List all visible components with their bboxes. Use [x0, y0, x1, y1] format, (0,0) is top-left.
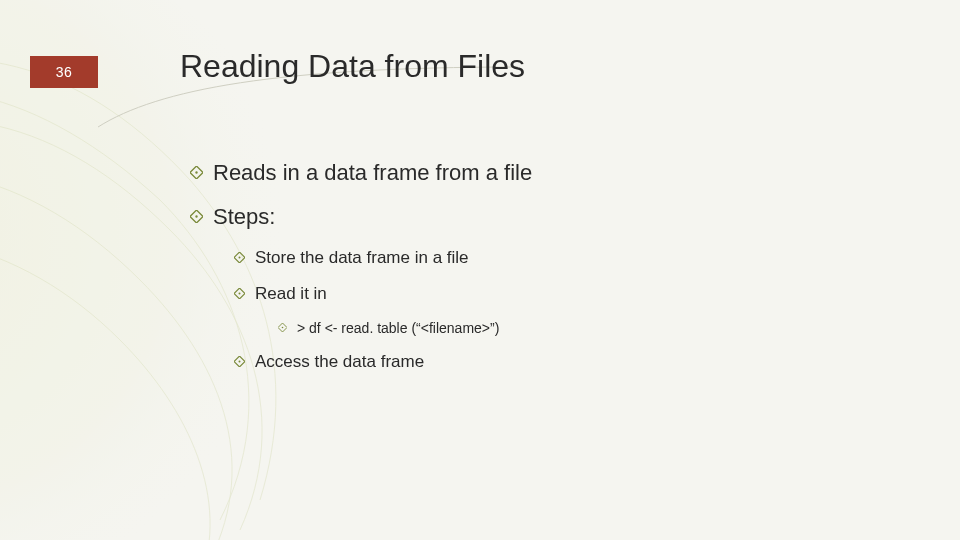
bullet-text: Store the data frame in a file: [255, 248, 469, 268]
bullet-text: > df <- read. table (“<filename>”): [297, 320, 499, 336]
sub-bullet-access: Access the data frame: [234, 352, 890, 372]
bullet-reads: Reads in a data frame from a file: [190, 160, 890, 186]
sub-bullet-store: Store the data frame in a file: [234, 248, 890, 268]
sub-bullet-read: Read it in: [234, 284, 890, 304]
diamond-icon: [278, 320, 287, 332]
diamond-icon: [234, 248, 245, 263]
slide-number: 36: [56, 64, 73, 80]
svg-point-4: [239, 293, 241, 295]
bullet-text: Steps:: [213, 204, 275, 230]
svg-point-6: [239, 361, 241, 363]
svg-point-2: [195, 215, 197, 217]
bullet-text: Access the data frame: [255, 352, 424, 372]
diamond-icon: [190, 160, 203, 179]
svg-point-1: [195, 171, 197, 173]
slide-number-badge: 36: [30, 56, 98, 88]
bullet-steps: Steps:: [190, 204, 890, 230]
slide-content: Reads in a data frame from a file Steps:…: [190, 160, 890, 388]
diamond-icon: [234, 284, 245, 299]
svg-point-3: [239, 257, 241, 259]
diamond-icon: [190, 204, 203, 223]
svg-point-5: [282, 327, 284, 329]
bullet-text: Reads in a data frame from a file: [213, 160, 532, 186]
diamond-icon: [234, 352, 245, 367]
subsub-bullet-code: > df <- read. table (“<filename>”): [278, 320, 890, 336]
bullet-text: Read it in: [255, 284, 327, 304]
slide-title: Reading Data from Files: [180, 48, 525, 85]
